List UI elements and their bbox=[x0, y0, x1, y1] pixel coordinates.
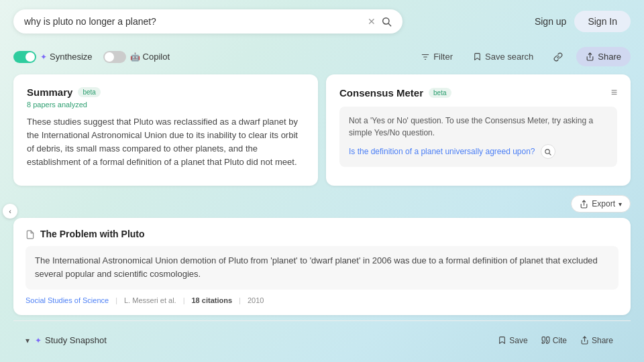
auth-buttons: Sign up Sign In bbox=[535, 11, 631, 32]
summary-text: These studies suggest that Pluto was rec… bbox=[27, 115, 305, 170]
chevron-down-icon: ▾ bbox=[619, 200, 622, 208]
summary-title-row: Summary beta bbox=[27, 86, 305, 98]
header: ✕ Sign up Sign In bbox=[0, 0, 644, 43]
menu-icon[interactable]: ≡ bbox=[611, 86, 617, 99]
filter-button[interactable]: Filter bbox=[414, 48, 460, 66]
consensus-beta-badge: beta bbox=[429, 88, 451, 98]
svg-line-1 bbox=[388, 23, 391, 26]
synthesize-label: ✦ Synthesize bbox=[40, 52, 93, 62]
summary-title: Summary bbox=[27, 86, 72, 98]
link-button[interactable] bbox=[547, 48, 570, 66]
bottom-bar: ▾ ✦ Study Snapshot Save Cite bbox=[13, 326, 631, 348]
save-button[interactable]: Save bbox=[492, 333, 533, 348]
document-icon bbox=[25, 229, 35, 239]
export-button[interactable]: Export ▾ bbox=[571, 195, 631, 213]
synthesize-toggle-item: ✦ Synthesize bbox=[13, 51, 93, 63]
clear-icon[interactable]: ✕ bbox=[368, 17, 376, 26]
bottom-share-button[interactable]: Share bbox=[575, 333, 619, 348]
copilot-icon: 🤖 bbox=[130, 52, 140, 62]
synthesize-toggle[interactable] bbox=[13, 51, 36, 63]
collapse-arrow[interactable]: ‹ bbox=[3, 204, 17, 219]
toggle-knob bbox=[25, 52, 35, 62]
summary-beta-badge: beta bbox=[78, 87, 100, 97]
toggle-group: ✦ Synthesize 🤖 Copilot bbox=[13, 51, 170, 63]
share-button[interactable]: Share bbox=[576, 47, 631, 66]
copilot-toggle[interactable] bbox=[103, 51, 126, 63]
search-icon[interactable] bbox=[381, 16, 392, 27]
paper-author: L. Messeri et al. bbox=[124, 296, 176, 304]
paper-abstract: The International Astronomical Union dem… bbox=[25, 246, 619, 289]
consensus-title: Consensus Meter bbox=[339, 87, 423, 99]
paper-title: The Problem with Pluto bbox=[40, 229, 145, 239]
consensus-suggestion[interactable]: Is the definition of a planet universall… bbox=[349, 144, 608, 159]
sign-in-button[interactable]: Sign In bbox=[574, 11, 631, 32]
paper-card: The Problem with Pluto The International… bbox=[13, 218, 631, 315]
toolbar: ✦ Synthesize 🤖 Copilot Filter Sa bbox=[0, 43, 644, 74]
consensus-notice: Not a 'Yes or No' question. To use the C… bbox=[339, 107, 617, 167]
bottom-left: ▾ ✦ Study Snapshot bbox=[25, 335, 107, 345]
suggestion-search-icon[interactable] bbox=[541, 144, 555, 159]
search-bar: ✕ bbox=[13, 9, 402, 34]
columns: Summary beta 8 papers analyzed These stu… bbox=[13, 74, 631, 186]
summary-card: Summary beta 8 papers analyzed These stu… bbox=[13, 74, 318, 186]
paper-topic[interactable]: Social Studies of Science bbox=[25, 296, 109, 304]
divider bbox=[13, 320, 631, 321]
svg-line-7 bbox=[549, 153, 551, 155]
bottom-actions: Save Cite Share bbox=[492, 333, 619, 348]
copilot-label: 🤖 Copilot bbox=[130, 52, 170, 62]
toolbar-actions: Filter Save search Share bbox=[414, 47, 631, 66]
paper-title-row: The Problem with Pluto bbox=[25, 229, 619, 239]
save-search-button[interactable]: Save search bbox=[466, 48, 540, 66]
export-row: Export ▾ bbox=[13, 192, 631, 218]
cite-button[interactable]: Cite bbox=[536, 333, 572, 348]
paper-citations: 18 citations bbox=[192, 296, 233, 304]
paper-meta: Social Studies of Science | L. Messeri e… bbox=[25, 296, 619, 304]
copilot-toggle-item: 🤖 Copilot bbox=[103, 51, 170, 63]
consensus-title-row: Consensus Meter beta ≡ bbox=[339, 86, 617, 99]
sparkle-icon: ✦ bbox=[40, 52, 47, 62]
consensus-card: Consensus Meter beta ≡ Not a 'Yes or No'… bbox=[326, 74, 631, 186]
consensus-title-left: Consensus Meter beta bbox=[339, 87, 451, 99]
main-content: ‹ Summary beta 8 papers analyzed These s… bbox=[0, 74, 644, 348]
sign-up-button[interactable]: Sign up bbox=[535, 16, 566, 27]
sparkle-icon-2: ✦ bbox=[35, 336, 42, 345]
expand-icon[interactable]: ▾ bbox=[25, 336, 30, 345]
papers-analyzed: 8 papers analyzed bbox=[27, 101, 305, 109]
search-input[interactable] bbox=[24, 16, 362, 27]
paper-year: 2010 bbox=[248, 296, 264, 304]
study-snapshot-label: ✦ Study Snapshot bbox=[35, 335, 107, 345]
toggle-knob bbox=[105, 52, 114, 62]
